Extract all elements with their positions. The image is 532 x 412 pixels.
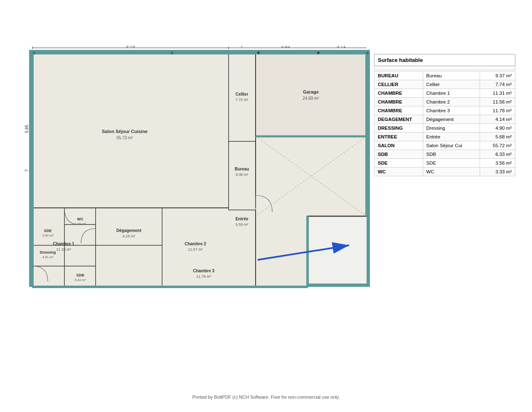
table-row: DRESSING Dressing 4.90 m²	[374, 124, 515, 133]
table-row: CELLIER Cellier 7.74 m²	[374, 80, 515, 89]
footer-text: Printed by BoltPDF (c) NCH Software. Fre…	[192, 395, 340, 400]
page-container: 9 76 7 3 23 3 71 Salon Séjour Cuisine 55…	[0, 0, 532, 412]
row-code: CHAMBRE	[374, 89, 423, 98]
svg-text:4.15 m²: 4.15 m²	[123, 234, 135, 238]
row-code: WC	[374, 168, 423, 176]
svg-text:Entrée: Entrée	[235, 217, 249, 221]
row-code: ENTREE	[374, 133, 423, 141]
table-row: DEGAGEMENT Dégagement 4.14 m²	[374, 115, 515, 124]
table-row: ENTREE Entrée 5.68 m²	[374, 133, 515, 141]
svg-text:55.73 m²: 55.73 m²	[116, 136, 133, 140]
row-code: CELLIER	[374, 80, 423, 89]
row-area: 11.78 m²	[480, 106, 515, 115]
row-area: 55.72 m²	[480, 141, 515, 150]
direction-arrow	[254, 237, 362, 271]
table-row: SALON Salon Séjour Cui 55.72 m²	[374, 141, 515, 150]
svg-text:+: +	[170, 49, 174, 56]
svg-text:SDB: SDB	[76, 273, 84, 277]
row-code: CHAMBRE	[374, 98, 423, 106]
svg-text:✦: ✦	[316, 49, 321, 56]
svg-text:5.59 m²: 5.59 m²	[236, 222, 249, 227]
svg-text:Cellier: Cellier	[236, 92, 249, 96]
svg-text:6.34 m²: 6.34 m²	[74, 278, 86, 282]
row-name: WC	[423, 168, 480, 176]
surface-table: Surface habitable	[374, 54, 515, 70]
row-area: 4.90 m²	[480, 124, 515, 133]
row-code: SDB	[374, 150, 423, 159]
svg-text:Chambre 1: Chambre 1	[53, 242, 74, 246]
svg-text:Garage: Garage	[303, 89, 319, 94]
table-row: WC WC 3.33 m²	[374, 168, 515, 176]
svg-text:24.69 m²: 24.69 m²	[303, 96, 319, 101]
svg-text:7: 7	[241, 46, 243, 48]
svg-text:4.91 m²: 4.91 m²	[42, 255, 53, 259]
table-row: CHAMBRE Chambre 1 11.31 m²	[374, 89, 515, 98]
svg-text:5.85: 5.85	[25, 125, 29, 133]
row-area: 3.33 m²	[480, 168, 515, 176]
table-row: BUREAU Bureau 9.37 m²	[374, 72, 515, 80]
svg-text:✦: ✦	[256, 49, 261, 56]
svg-text:1.69 m²: 1.69 m²	[74, 222, 86, 226]
row-area: 5.68 m²	[480, 133, 515, 141]
row-area: 3.56 m²	[480, 159, 515, 168]
svg-text:9 76: 9 76	[126, 46, 135, 48]
row-code: BUREAU	[374, 72, 423, 80]
row-area: 6.33 m²	[480, 150, 515, 159]
svg-text:3 71: 3 71	[337, 46, 345, 48]
svg-text:7: 7	[25, 169, 29, 172]
svg-text:7.72 m²: 7.72 m²	[236, 98, 249, 102]
svg-rect-5	[256, 53, 367, 136]
svg-text:3 23: 3 23	[281, 46, 290, 48]
svg-text:11.79 m²: 11.79 m²	[196, 274, 211, 279]
row-area: 11.31 m²	[480, 89, 515, 98]
svg-text:Salon Séjour Cuisine: Salon Séjour Cuisine	[102, 129, 148, 134]
svg-text:Chambre 2: Chambre 2	[185, 242, 206, 246]
row-area: 7.74 m²	[480, 80, 515, 89]
svg-text:Bureau: Bureau	[235, 167, 249, 171]
surface-data-table: BUREAU Bureau 9.37 m² CELLIER Cellier 7.…	[374, 71, 515, 176]
row-name: Chambre 3	[423, 106, 480, 115]
svg-text:11.33 m²: 11.33 m²	[56, 247, 71, 252]
row-name: SDB	[423, 150, 480, 159]
svg-text:Chambre 3: Chambre 3	[193, 269, 214, 273]
svg-text:+: +	[366, 49, 369, 56]
svg-text:3.50 m²: 3.50 m²	[42, 234, 53, 237]
row-code: DRESSING	[374, 124, 423, 133]
row-name: Salon Séjour Cui	[423, 141, 480, 150]
row-name: SDE	[423, 159, 480, 168]
row-name: Chambre 1	[423, 89, 480, 98]
row-name: Chambre 2	[423, 98, 480, 106]
svg-text:WC: WC	[77, 217, 84, 221]
svg-text:11.57 m²: 11.57 m²	[188, 247, 203, 252]
table-row: SDB SDB 6.33 m²	[374, 150, 515, 159]
row-area: 9.37 m²	[480, 72, 515, 80]
row-code: CHAMBRE	[374, 106, 423, 115]
row-code: SALON	[374, 141, 423, 150]
svg-line-74	[258, 245, 349, 260]
row-area: 11.56 m²	[480, 98, 515, 106]
row-code: DEGAGEMENT	[374, 115, 423, 124]
table-row: CHAMBRE Chambre 2 11.56 m²	[374, 98, 515, 106]
svg-text:Dressing: Dressing	[40, 250, 56, 254]
row-code: SDE	[374, 159, 423, 168]
svg-text:Dégagement: Dégagement	[116, 228, 142, 233]
table-row: SDE SDE 3.56 m²	[374, 159, 515, 168]
row-name: Bureau	[423, 72, 480, 80]
row-area: 4.14 m²	[480, 115, 515, 124]
row-name: Dressing	[423, 124, 480, 133]
row-name: Cellier	[423, 80, 480, 89]
table-row: CHAMBRE Chambre 3 11.78 m²	[374, 106, 515, 115]
svg-text:9.38 m²: 9.38 m²	[236, 173, 249, 177]
table-header: Surface habitable	[374, 54, 515, 66]
svg-text:+: +	[32, 49, 36, 56]
row-name: Dégagement	[423, 115, 480, 124]
surface-table-wrapper: Surface habitable BUREAU Bureau 9.37 m² …	[374, 54, 515, 176]
svg-text:SDE: SDE	[44, 229, 52, 233]
row-name: Entrée	[423, 133, 480, 141]
